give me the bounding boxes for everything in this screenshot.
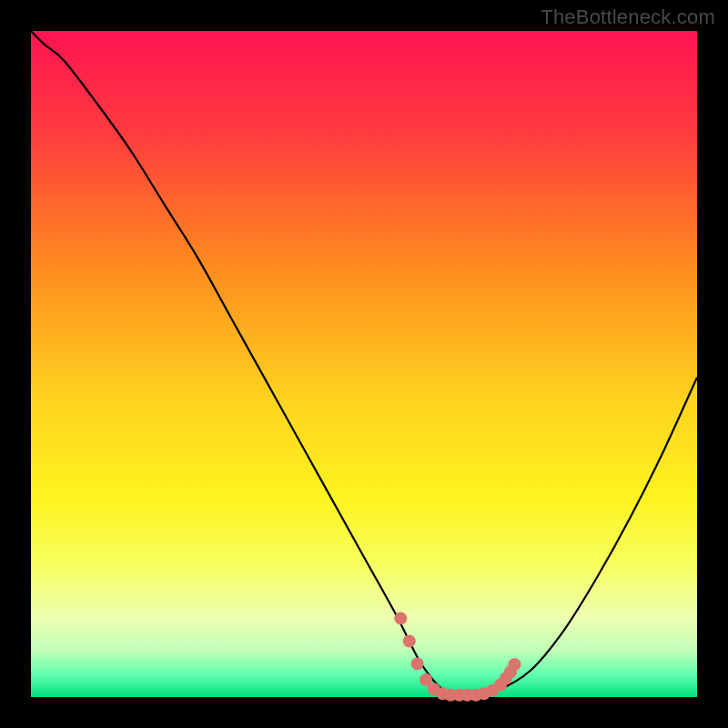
marker-point — [508, 658, 521, 671]
plot-area — [31, 31, 697, 697]
marker-point — [403, 635, 416, 648]
curve-layer — [31, 31, 697, 697]
watermark-text: TheBottleneck.com — [541, 5, 715, 29]
marker-point — [394, 612, 407, 625]
chart-container: TheBottleneck.com — [0, 0, 728, 728]
marker-point — [411, 657, 424, 670]
sweet-spot-markers — [394, 612, 521, 702]
bottleneck-curve — [31, 31, 697, 695]
